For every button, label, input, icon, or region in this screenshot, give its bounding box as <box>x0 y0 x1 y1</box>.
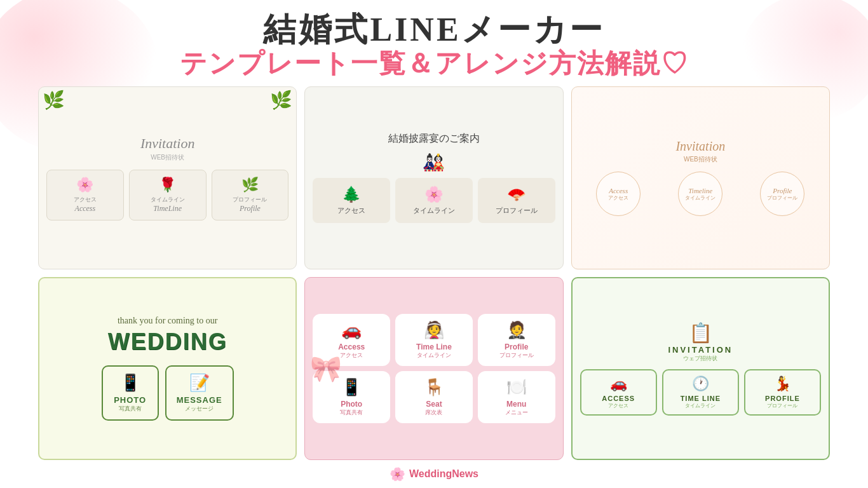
card3-item-access[interactable]: Access アクセス <box>596 172 641 216</box>
card5-item-seat[interactable]: 🪑 Seat 席次表 <box>395 371 473 423</box>
card4-message-icon: 📝 <box>189 373 210 393</box>
card-wedding-thankyou: thank you for coming to our WeDding 📱 PH… <box>38 277 297 460</box>
card5-timeline-jp: タイムライン <box>417 351 451 360</box>
card5-access-en: Access <box>338 342 365 351</box>
footer-logo-icon: 🌸 <box>390 466 405 482</box>
card2-profile-icon: 🪭 <box>507 186 526 203</box>
card1-item-profile[interactable]: 🌿 プロフィール Profile <box>212 170 289 220</box>
card1-access-label-en: Access <box>75 204 96 214</box>
cards-grid: 🌿 🌿 Invitation WEB招待状 🌸 アクセス Access 🌹 タイ… <box>38 86 830 460</box>
card6-timeline-icon: 🕐 <box>692 376 709 392</box>
card2-item-timeline[interactable]: 🌸 タイムライン <box>395 178 473 223</box>
card3-menu-row: Access アクセス Timeline タイムライン Profile プロフィ… <box>580 172 822 216</box>
card4-photo-jp: 写真共有 <box>119 405 142 413</box>
card3-item-timeline[interactable]: Timeline タイムライン <box>678 172 722 216</box>
card3-title: Invitation <box>675 139 725 154</box>
card3-profile-jp: プロフィール <box>767 194 797 201</box>
footer-brand-name: WeddingNews <box>409 468 478 479</box>
card5-seat-jp: 席次表 <box>425 409 442 417</box>
card6-inv-title: INVITATION <box>668 345 733 355</box>
card1-title: Invitation <box>140 135 195 152</box>
card2-title: 結婚披露宴のご案内 <box>388 132 480 146</box>
card6-access-en: ACCESS <box>602 395 635 402</box>
card6-timeline-jp: タイムライン <box>685 402 715 409</box>
card5-item-timeline[interactable]: 👰 Time Line タイムライン <box>395 314 473 366</box>
leaf-left-icon: 🌿 <box>43 90 65 111</box>
card4-wedding-title: WeDding <box>108 329 227 355</box>
card6-inv-icon: 📋 <box>689 322 712 344</box>
card5-menu-en: Menu <box>506 400 526 409</box>
card6-profile-icon: 💃 <box>774 376 791 392</box>
card4-item-photo[interactable]: 📱 PHOTO 写真共有 <box>102 365 159 421</box>
card2-access-icon: 🌲 <box>342 186 361 203</box>
card5-photo-icon: 📱 <box>341 377 362 397</box>
card4-thankyou-text: thank you for coming to our <box>118 316 217 326</box>
card5-access-jp: アクセス <box>340 351 363 360</box>
card6-access-jp: アクセス <box>608 402 628 409</box>
card6-inv-sub: ウェブ招待状 <box>683 355 717 363</box>
card5-ribbon-icon: 🎀 <box>310 353 342 383</box>
footer-brand-text: WeddingNews <box>409 468 478 480</box>
page-title-sub: テンプレート一覧＆アレンジ方法解説♡ <box>38 48 830 79</box>
card5-profile-icon: 🤵 <box>506 320 527 340</box>
header: 結婚式LINEメーカー テンプレート一覧＆アレンジ方法解説♡ <box>38 11 830 80</box>
card4-message-en: MESSAGE <box>177 395 222 405</box>
card1-timeline-label-en: TimeLine <box>153 204 182 214</box>
card5-item-menu[interactable]: 🍽️ Menu メニュー <box>478 371 555 423</box>
card2-timeline-icon: 🌸 <box>424 186 444 203</box>
card6-item-timeline[interactable]: 🕐 TIME LINE タイムライン <box>662 369 739 416</box>
card6-item-profile[interactable]: 💃 PROFILE プロフィール <box>744 369 821 416</box>
page-title-main: 結婚式LINEメーカー <box>38 11 830 48</box>
card6-item-access[interactable]: 🚗 ACCESS アクセス <box>580 369 657 416</box>
card1-timeline-icon: 🌹 <box>159 177 176 193</box>
card3-timeline-jp: タイムライン <box>685 194 715 201</box>
card3-access-jp: アクセス <box>608 194 628 201</box>
card2-timeline-label: タイムライン <box>413 206 455 215</box>
card4-item-message[interactable]: 📝 MESSAGE メッセージ <box>165 365 234 421</box>
card6-menu-row: 🚗 ACCESS アクセス 🕐 TIME LINE タイムライン 💃 PROFI… <box>580 369 821 416</box>
card6-access-icon: 🚗 <box>610 376 627 392</box>
card1-item-access[interactable]: 🌸 アクセス Access <box>46 170 124 220</box>
card5-timeline-icon: 👰 <box>424 320 444 340</box>
card1-profile-icon: 🌿 <box>241 177 259 193</box>
card-botanical: 🌿 🌿 Invitation WEB招待状 🌸 アクセス Access 🌹 タイ… <box>38 86 297 269</box>
card1-profile-label-jp: プロフィール <box>233 196 267 204</box>
card2-menu-row: 🌲 アクセス 🌸 タイムライン 🪭 プロフィール <box>313 178 555 223</box>
card1-timeline-label-jp: タイムライン <box>151 196 185 204</box>
card6-inv-top: 📋 INVITATION ウェブ招待状 <box>668 322 733 363</box>
card2-item-access[interactable]: 🌲 アクセス <box>313 178 390 223</box>
card4-message-jp: メッセージ <box>185 405 214 413</box>
card-gold-ornate: Invitation WEB招待状 Access アクセス Timeline タ… <box>571 86 830 269</box>
card5-profile-en: Profile <box>505 342 528 351</box>
card3-access-en: Access <box>609 187 628 194</box>
card6-profile-jp: プロフィール <box>767 402 797 409</box>
card3-item-profile[interactable]: Profile プロフィール <box>760 172 804 216</box>
card1-access-label-jp: アクセス <box>74 196 97 204</box>
card5-access-icon: 🚗 <box>341 320 362 340</box>
leaf-right-icon: 🌿 <box>270 90 292 111</box>
card-pink-icons: 🎀 🚗 Access アクセス 👰 Time Line タイムライン 🤵 Pro… <box>304 277 563 460</box>
card-japanese: 結婚披露宴のご案内 🎎 🌲 アクセス 🌸 タイムライン 🪭 プロフィール <box>304 86 563 269</box>
card4-photo-en: PHOTO <box>114 395 146 405</box>
card1-access-icon: 🌸 <box>76 177 93 193</box>
card5-photo-en: Photo <box>341 400 362 409</box>
card1-subtitle: WEB招待状 <box>151 153 184 162</box>
card3-timeline-en: Timeline <box>688 187 712 194</box>
card4-menu-row: 📱 PHOTO 写真共有 📝 MESSAGE メッセージ <box>47 365 288 421</box>
card5-menu-jp: メニュー <box>505 409 528 417</box>
card2-profile-label: プロフィール <box>496 206 538 215</box>
card2-deco: 🎎 <box>423 152 445 173</box>
card-green-outline: 📋 INVITATION ウェブ招待状 🚗 ACCESS アクセス 🕐 TIME… <box>571 277 830 460</box>
card5-seat-icon: 🪑 <box>424 377 444 397</box>
card5-timeline-en: Time Line <box>416 342 452 351</box>
card1-item-timeline[interactable]: 🌹 タイムライン TimeLine <box>129 170 207 220</box>
card5-photo-jp: 写真共有 <box>340 409 363 417</box>
card2-item-profile[interactable]: 🪭 プロフィール <box>478 178 555 223</box>
card6-timeline-en: TIME LINE <box>681 395 721 402</box>
card5-item-profile[interactable]: 🤵 Profile プロフィール <box>478 314 555 366</box>
card2-access-label: アクセス <box>337 206 365 215</box>
card6-profile-en: PROFILE <box>765 395 800 402</box>
footer: 🌸 WeddingNews <box>390 466 478 482</box>
card1-profile-label-en: Profile <box>240 204 261 214</box>
card5-seat-en: Seat <box>426 400 442 409</box>
